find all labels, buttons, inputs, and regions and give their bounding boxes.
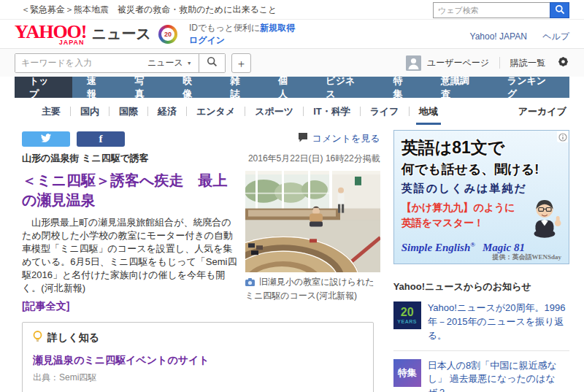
toolbar-right: ユーザーページ 購読一覧: [406, 55, 569, 71]
know-more-heading-row: 詳しく知る: [33, 331, 363, 345]
keyword-search-button[interactable]: [199, 54, 225, 72]
tab-personal[interactable]: 個人: [264, 77, 311, 98]
category-nav: 主要 国内 国際 経済 エンタメ スポーツ IT・科学 ライフ 地域 アーカイブ: [15, 98, 569, 125]
ad-headline-2: 何でも話せる、聞ける!: [402, 161, 561, 178]
yahoo-japan-link[interactable]: Yahoo! JAPAN: [470, 31, 527, 42]
search-icon: [555, 4, 565, 17]
yahoo-logo-japan: JAPAN: [59, 39, 85, 46]
tab-survey[interactable]: 意識調査: [426, 77, 493, 98]
notice-item-2[interactable]: 特集 日本人の8割「中国に親近感なし」 過去最悪になったのはなぜ？: [393, 351, 569, 392]
cat-local[interactable]: 地域: [410, 98, 447, 125]
news-notice-heading: Yahoo!ニュースからのお知らせ: [393, 280, 569, 293]
gear-icon: [557, 55, 569, 70]
comment-icon: [298, 133, 308, 145]
service-name: ニュース: [92, 24, 151, 44]
ad-copy-2: 英語をマスター！: [402, 215, 515, 231]
search-scope-label: ニュース: [147, 57, 183, 69]
add-search-tab-button[interactable]: ＋: [231, 53, 251, 73]
ad-banner[interactable]: 英語は81文で 何でも話せる、聞ける! 英語のしくみは単純だ 【かけ算九九】のよ…: [393, 130, 569, 264]
cat-domestic[interactable]: 国内: [71, 98, 109, 125]
keyword-search-input[interactable]: [15, 54, 141, 72]
user-page-link[interactable]: ユーザーページ: [427, 57, 489, 69]
chevron-down-icon: ▼: [187, 61, 192, 66]
cat-economy[interactable]: 経済: [148, 98, 186, 125]
registered-mark: ®: [470, 241, 475, 248]
tab-magazine[interactable]: 雑誌: [215, 77, 263, 98]
facebook-icon: f: [99, 133, 103, 145]
tokushu-badge-icon: 特集: [393, 359, 421, 387]
search-scope-dropdown[interactable]: ニュース ▼: [141, 54, 199, 72]
camera-icon: [245, 278, 257, 288]
know-more-box: 詳しく知る 瀬見温泉のミニ四駆イベントのサイト 出典：Semi四駆 大人がはまる…: [22, 322, 374, 392]
tab-top[interactable]: トップ: [15, 77, 72, 98]
main-nav: トップ 速報 写真 映像 雑誌 個人 ビジネス 特集 意識調査 ランキング: [15, 77, 569, 98]
article-photo[interactable]: [245, 171, 380, 272]
search-icon: [207, 56, 218, 69]
help-link[interactable]: ヘルプ: [542, 31, 569, 42]
tab-tokushu[interactable]: 特集: [378, 77, 426, 98]
tab-photo[interactable]: 写真: [120, 77, 168, 98]
topic-heading: 山形の温泉街 ミニ四駆で誘客: [22, 152, 149, 165]
yahoo-news-logo[interactable]: YAHOO! JAPAN ニュース: [15, 23, 151, 46]
sidebar: 英語は81文で 何でも話せる、聞ける! 英語のしくみは単純だ 【かけ算九九】のよ…: [393, 130, 569, 392]
login-link[interactable]: ログイン: [189, 34, 225, 47]
cat-sports[interactable]: スポーツ: [245, 98, 303, 125]
article-column: f コメントを見る 山形の温泉街 ミニ四駆で誘客 2016年5月22日(日) 1…: [15, 130, 388, 392]
subscriptions-link[interactable]: 購読一覧: [510, 57, 545, 69]
article-title[interactable]: ＜ミニ四駆＞誘客へ疾走 最上の瀬見温泉: [22, 172, 227, 208]
emergency-donation-link[interactable]: ＜緊急募金＞熊本地震 被災者の救命・救助のために出来ること: [21, 4, 277, 16]
facebook-share-button[interactable]: f: [77, 131, 125, 147]
related-link-1[interactable]: 瀬見温泉のミニ四駆イベントのサイト: [33, 354, 363, 367]
ad-headline-1: 英語は81文で: [402, 137, 561, 159]
cat-world[interactable]: 国際: [110, 98, 147, 125]
ad-brand: Simple English: [402, 242, 471, 253]
full-article-link[interactable]: [記事全文]: [22, 300, 69, 313]
teacher-cartoon-icon: [526, 196, 561, 240]
article-summary: 山形県最上町の瀬見温泉旅館組合が、統廃合のため閉校した小学校の教室にモーター付き…: [22, 216, 241, 295]
web-search-input[interactable]: [433, 2, 550, 18]
site-header: YAHOO! JAPAN ニュース 20 IDでもっと便利に新規取得 ログイン …: [0, 20, 584, 48]
keyword-search-box: ニュース ▼: [15, 53, 226, 73]
signup-link[interactable]: 新規取得: [260, 23, 295, 33]
twitter-icon: [41, 134, 51, 145]
ad-info-icon[interactable]: [557, 131, 568, 142]
article-meta: 山形の温泉街 ミニ四駆で誘客 2016年5月22日(日) 16時22分掲載: [22, 152, 380, 165]
ad-provider: 提供：英会話WENSday: [402, 253, 561, 262]
20-years-badge-icon: 20 YEARS: [393, 301, 421, 329]
content-area: f コメントを見る 山形の温泉街 ミニ四駆で誘客 2016年5月22日(日) 1…: [15, 125, 569, 392]
web-search-button[interactable]: [550, 2, 569, 18]
twitter-share-button[interactable]: [22, 131, 70, 147]
article-figure: 旧瀬見小の教室に設けられたミニ四駆のコース(河北新報): [245, 171, 380, 313]
tab-business[interactable]: ビジネス: [311, 77, 378, 98]
cat-it-science[interactable]: IT・科学: [304, 98, 360, 125]
cat-main[interactable]: 主要: [32, 98, 70, 125]
id-promo-text: IDでもっと便利に: [189, 23, 260, 33]
photo-caption: 旧瀬見小の教室に設けられたミニ四駆のコース(河北新報): [245, 276, 380, 302]
web-search: [433, 2, 569, 18]
header-links: Yahoo! JAPAN ヘルプ: [457, 31, 569, 43]
tab-video[interactable]: 映像: [168, 77, 215, 98]
tab-ranking[interactable]: ランキング: [493, 77, 569, 98]
know-more-heading: 詳しく知る: [47, 331, 99, 345]
related-link-1-source: 出典：Semi四駆: [33, 372, 363, 384]
cat-life[interactable]: ライフ: [361, 98, 409, 125]
tab-sokuho[interactable]: 速報: [72, 77, 120, 98]
archive-link[interactable]: アーカイブ: [518, 105, 566, 118]
cat-entertainment[interactable]: エンタメ: [187, 98, 245, 125]
view-comments-link[interactable]: コメントを見る: [298, 132, 380, 145]
emergency-notice-bar: ＜緊急募金＞熊本地震 被災者の救命・救助のために出来ること: [0, 0, 584, 20]
ad-subheadline: 英語のしくみは単純だ: [402, 182, 561, 196]
user-avatar-icon: [406, 55, 421, 71]
settings-button[interactable]: [557, 55, 569, 70]
news-search-toolbar: ニュース ▼ ＋ ユーザーページ 購読一覧: [0, 48, 584, 77]
lightbulb-icon: [33, 331, 42, 345]
notice-item-1[interactable]: 20 YEARS Yahoo!ニュースが20周年。1996年－2015年のニュー…: [393, 293, 569, 351]
publish-date: 2016年5月22日(日) 16時22分掲載: [248, 153, 380, 165]
divider: [499, 57, 500, 69]
article-body-block: ＜ミニ四駆＞誘客へ疾走 最上の瀬見温泉 山形県最上町の瀬見温泉旅館組合が、統廃合…: [22, 171, 380, 313]
ad-copy-1: 【かけ算九九】のように: [402, 200, 515, 215]
share-row: f コメントを見る: [22, 130, 380, 147]
login-promo: IDでもっと便利に新規取得 ログイン: [189, 22, 295, 47]
anniversary-badge-icon: 20: [158, 25, 177, 44]
ad-brand-2: Magic 81: [483, 242, 525, 253]
